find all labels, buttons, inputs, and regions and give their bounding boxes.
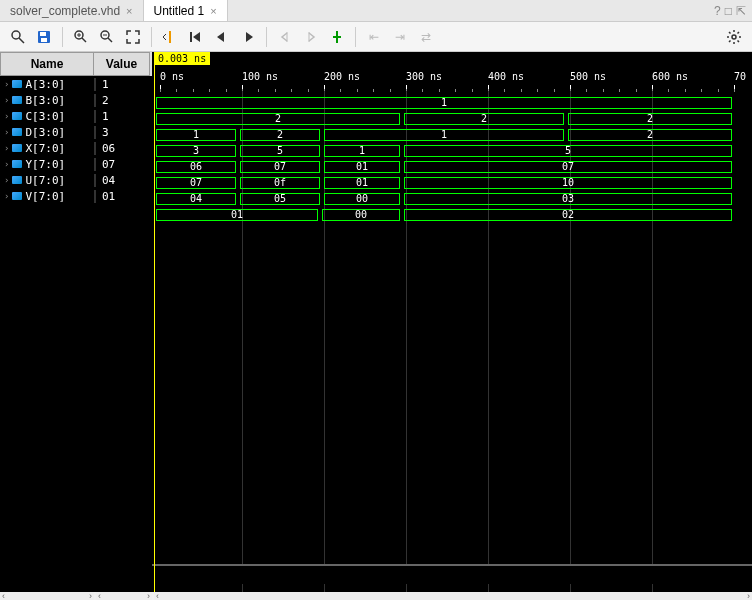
signal-row[interactable]: ›B[3:0]2 bbox=[0, 92, 152, 108]
bus-segment: 2 bbox=[568, 113, 732, 125]
waveform-view[interactable]: 0.003 ns 0 ns100 ns200 ns300 ns400 ns500… bbox=[152, 52, 752, 592]
bus-segment: 06 bbox=[156, 161, 236, 173]
tab-solver[interactable]: solver_complete.vhd × bbox=[0, 0, 144, 21]
bus-segment: 2 bbox=[568, 129, 732, 141]
wave-row[interactable]: 04050003 bbox=[152, 191, 752, 207]
prev-transition-button[interactable]: ⇤ bbox=[362, 25, 386, 49]
help-icon[interactable]: ? bbox=[714, 4, 721, 18]
tab-bar: solver_complete.vhd × Untitled 1 × ? □ ⇱ bbox=[0, 0, 752, 22]
signal-value: 3 bbox=[94, 126, 150, 139]
expand-icon[interactable]: › bbox=[4, 175, 9, 185]
zoom-fit-button[interactable] bbox=[121, 25, 145, 49]
bus-segment: 01 bbox=[156, 209, 318, 221]
name-header[interactable]: Name bbox=[0, 52, 94, 76]
wave-area[interactable]: 12221212351506070107070f0110040500030100… bbox=[152, 95, 752, 223]
cursor-line[interactable] bbox=[154, 64, 155, 592]
time-ruler[interactable]: 0 ns100 ns200 ns300 ns400 ns500 ns600 ns… bbox=[152, 65, 752, 91]
bus-segment: 10 bbox=[404, 177, 732, 189]
name-scrollbar[interactable]: ‹› bbox=[0, 592, 94, 600]
svg-line-11 bbox=[108, 38, 112, 42]
zoom-in-button[interactable] bbox=[69, 25, 93, 49]
maximize-icon[interactable]: □ bbox=[725, 4, 732, 18]
wave-row[interactable]: 1 bbox=[152, 95, 752, 111]
signal-value: 2 bbox=[94, 94, 150, 107]
close-icon[interactable]: × bbox=[126, 5, 132, 17]
signal-value: 04 bbox=[94, 174, 150, 187]
window-controls: ? □ ⇱ bbox=[714, 4, 752, 18]
bus-segment: 2 bbox=[156, 113, 400, 125]
bottom-split[interactable] bbox=[152, 564, 752, 584]
signal-value: 01 bbox=[94, 190, 150, 203]
expand-icon[interactable]: › bbox=[4, 111, 9, 121]
wave-row[interactable]: 3515 bbox=[152, 143, 752, 159]
zoom-out-button[interactable] bbox=[95, 25, 119, 49]
bus-segment: 2 bbox=[240, 129, 320, 141]
wave-row[interactable]: 222 bbox=[152, 111, 752, 127]
bus-segment: 07 bbox=[404, 161, 732, 173]
bus-icon bbox=[12, 144, 22, 152]
svg-point-18 bbox=[732, 35, 736, 39]
value-header[interactable]: Value bbox=[94, 52, 150, 76]
prev-edge-button[interactable] bbox=[273, 25, 297, 49]
wave-row[interactable]: 1212 bbox=[152, 127, 752, 143]
step-back-button[interactable] bbox=[210, 25, 234, 49]
value-scrollbar[interactable]: ‹› bbox=[96, 592, 152, 600]
svg-rect-3 bbox=[40, 32, 46, 36]
popout-icon[interactable]: ⇱ bbox=[736, 4, 746, 18]
wave-row[interactable]: 070f0110 bbox=[152, 175, 752, 191]
step-forward-button[interactable] bbox=[236, 25, 260, 49]
svg-point-0 bbox=[12, 31, 20, 39]
tab-label: solver_complete.vhd bbox=[10, 4, 120, 18]
time-tick: 300 ns bbox=[406, 71, 442, 82]
bus-segment: 3 bbox=[156, 145, 236, 157]
settings-button[interactable] bbox=[722, 25, 746, 49]
time-tick: 200 ns bbox=[324, 71, 360, 82]
bus-segment: 1 bbox=[156, 97, 732, 109]
bus-segment: 07 bbox=[156, 177, 236, 189]
goto-start-button[interactable] bbox=[184, 25, 208, 49]
signal-row[interactable]: ›U[7:0]04 bbox=[0, 172, 152, 188]
bus-icon bbox=[12, 128, 22, 136]
swap-button[interactable]: ⇄ bbox=[414, 25, 438, 49]
signal-row[interactable]: ›V[7:0]01 bbox=[0, 188, 152, 204]
signal-name: C[3:0] bbox=[25, 110, 65, 123]
signal-name: V[7:0] bbox=[25, 190, 65, 203]
tab-untitled[interactable]: Untitled 1 × bbox=[144, 0, 228, 21]
next-transition-button[interactable]: ⇥ bbox=[388, 25, 412, 49]
close-icon[interactable]: × bbox=[210, 5, 216, 17]
time-tick: 600 ns bbox=[652, 71, 688, 82]
expand-icon[interactable]: › bbox=[4, 127, 9, 137]
search-button[interactable] bbox=[6, 25, 30, 49]
signal-value: 06 bbox=[94, 142, 150, 155]
expand-icon[interactable]: › bbox=[4, 143, 9, 153]
wave-row[interactable]: 06070107 bbox=[152, 159, 752, 175]
bus-segment: 07 bbox=[240, 161, 320, 173]
bus-segment: 02 bbox=[404, 209, 732, 221]
goto-cursor-button[interactable] bbox=[158, 25, 182, 49]
bus-icon bbox=[12, 96, 22, 104]
signal-row[interactable]: ›D[3:0]3 bbox=[0, 124, 152, 140]
expand-icon[interactable]: › bbox=[4, 95, 9, 105]
time-tick: 100 ns bbox=[242, 71, 278, 82]
expand-icon[interactable]: › bbox=[4, 191, 9, 201]
next-edge-button[interactable] bbox=[299, 25, 323, 49]
column-headers: Name Value bbox=[0, 52, 152, 76]
main-content: Name Value ›A[3:0]1›B[3:0]2›C[3:0]1›D[3:… bbox=[0, 52, 752, 592]
tab-label: Untitled 1 bbox=[154, 4, 205, 18]
wave-scrollbar[interactable]: ‹› bbox=[154, 592, 752, 600]
save-button[interactable] bbox=[32, 25, 56, 49]
expand-icon[interactable]: › bbox=[4, 79, 9, 89]
time-tick: 400 ns bbox=[488, 71, 524, 82]
signal-row[interactable]: ›Y[7:0]07 bbox=[0, 156, 152, 172]
bus-icon bbox=[12, 192, 22, 200]
wave-row[interactable]: 010002 bbox=[152, 207, 752, 223]
add-marker-button[interactable] bbox=[325, 25, 349, 49]
signal-row[interactable]: ›A[3:0]1 bbox=[0, 76, 152, 92]
bus-segment: 1 bbox=[324, 145, 400, 157]
signal-row[interactable]: ›C[3:0]1 bbox=[0, 108, 152, 124]
expand-icon[interactable]: › bbox=[4, 159, 9, 169]
signal-row[interactable]: ›X[7:0]06 bbox=[0, 140, 152, 156]
bus-segment: 01 bbox=[324, 161, 400, 173]
bus-segment: 1 bbox=[324, 129, 564, 141]
bus-segment: 1 bbox=[156, 129, 236, 141]
